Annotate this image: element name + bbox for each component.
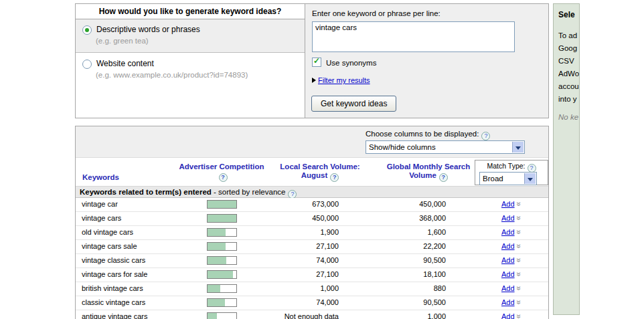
global-monthly-search-volume-cell: 368,000 xyxy=(364,214,446,222)
keyword-results-table: Choose columns to be displayed: Show/hid… xyxy=(75,126,549,319)
local-search-volume-text: Local Search Volume: August xyxy=(280,163,359,179)
competition-bar-fill xyxy=(208,271,233,278)
add-options-chevron-icon[interactable] xyxy=(514,272,524,277)
descriptive-words-radio[interactable] xyxy=(82,25,92,35)
match-type-value: Broad xyxy=(483,175,503,183)
get-keyword-ideas-button[interactable]: Get keyword ideas xyxy=(311,96,396,112)
competition-bar xyxy=(207,228,237,237)
table-row: classic vintage cars74,00090,500Add xyxy=(76,296,548,310)
dropdown-arrow-icon[interactable] xyxy=(524,173,536,184)
competition-bar-fill xyxy=(208,229,226,236)
add-options-chevron-icon[interactable] xyxy=(514,202,524,207)
local-search-volume-cell: 74,000 xyxy=(256,256,339,264)
add-keyword-link[interactable]: Add xyxy=(501,228,515,236)
show-hide-columns-select[interactable]: Show/hide columns xyxy=(366,140,525,154)
sidebar-text-line: AdWo xyxy=(558,68,579,80)
keyword-cell: old vintage cars xyxy=(82,228,133,236)
local-search-volume-cell: 450,000 xyxy=(256,214,339,222)
expand-arrow-icon xyxy=(312,78,316,83)
add-keyword-link[interactable]: Add xyxy=(501,270,515,278)
table-row: british vintage cars1,000880Add xyxy=(76,282,548,296)
choose-columns-label: Choose columns to be displayed: xyxy=(366,130,490,140)
help-icon[interactable] xyxy=(219,173,228,182)
add-options-chevron-icon[interactable] xyxy=(514,244,524,249)
add-keyword-link[interactable]: Add xyxy=(501,242,515,250)
sidebar-text-line: To ad xyxy=(558,29,579,42)
filter-my-results-link[interactable]: Filter my results xyxy=(318,76,370,84)
competition-bar-fill xyxy=(208,215,236,222)
help-icon[interactable] xyxy=(330,173,339,182)
competition-bar-fill xyxy=(208,201,236,208)
keyword-cell: vintage classic cars xyxy=(82,256,145,264)
table-section-row: Keywords related to term(s) entered - so… xyxy=(76,186,548,198)
website-content-example: (e.g. www.example.co.uk/product?id=74893… xyxy=(96,71,305,79)
website-content-radio[interactable] xyxy=(82,60,92,69)
keyword-cell: british vintage cars xyxy=(82,284,143,292)
local-search-volume-cell: 1,000 xyxy=(256,284,339,292)
sidebar-text: To adGoogCSVAdWoaccouinto y xyxy=(558,29,579,106)
keyword-cell: vintage cars sale xyxy=(82,242,137,250)
table-controls: Choose columns to be displayed: Show/hid… xyxy=(76,126,548,158)
competition-bar xyxy=(207,284,237,293)
column-header-global-monthly-search-volume[interactable]: Global Monthly Search Volume xyxy=(372,163,485,182)
match-type-text: Match Type: xyxy=(487,162,525,170)
local-search-volume-cell: 1,900 xyxy=(256,228,339,236)
add-options-chevron-icon[interactable] xyxy=(514,314,524,319)
add-keyword-link[interactable]: Add xyxy=(501,214,515,222)
competition-bar-fill xyxy=(208,285,220,292)
add-keyword-link[interactable]: Add xyxy=(501,312,515,319)
use-synonyms-label: Use synonyms xyxy=(326,59,376,67)
table-row: vintage cars450,000368,000Add xyxy=(76,212,548,226)
match-type-label: Match Type: xyxy=(475,162,548,173)
add-options-chevron-icon[interactable] xyxy=(514,230,524,235)
competition-bar xyxy=(207,298,237,307)
add-keyword-link[interactable]: Add xyxy=(501,284,515,292)
local-search-volume-cell: 74,000 xyxy=(256,298,339,306)
show-hide-columns-value: Show/hide columns xyxy=(369,143,436,151)
keyword-cell: antique vintage cars xyxy=(82,312,147,319)
keyword-entry-panel: Enter one keyword or phrase per line: vi… xyxy=(305,4,548,118)
option-descriptive-words[interactable]: Descriptive words or phrases (e.g. green… xyxy=(76,19,305,53)
help-icon[interactable] xyxy=(439,173,448,182)
competition-bar-fill xyxy=(208,243,226,250)
global-monthly-search-volume-text: Global Monthly Search Volume xyxy=(387,163,471,179)
form-header: How would you like to generate keyword i… xyxy=(76,4,305,19)
choose-columns-text: Choose columns to be displayed: xyxy=(366,130,479,138)
column-header-local-search-volume[interactable]: Local Search Volume: August xyxy=(273,163,367,182)
global-monthly-search-volume-cell: 90,500 xyxy=(364,298,446,306)
help-icon[interactable] xyxy=(481,132,490,140)
section-title: Keywords related to term(s) entered xyxy=(80,188,212,196)
use-synonyms-checkbox[interactable] xyxy=(312,58,321,67)
dropdown-arrow-icon[interactable] xyxy=(512,142,524,152)
option-website-content[interactable]: Website content (e.g. www.example.co.uk/… xyxy=(76,53,305,79)
global-monthly-search-volume-cell: 450,000 xyxy=(364,200,446,208)
keyword-cell: vintage cars for sale xyxy=(82,270,147,278)
global-monthly-search-volume-cell: 1,000 xyxy=(364,312,446,319)
keyword-generation-form: How would you like to generate keyword i… xyxy=(75,3,549,118)
sidebar-text-line: into y xyxy=(558,93,579,106)
sidebar-empty-note: No ke xyxy=(558,113,579,121)
table-row: antique vintage carsNot enough data1,000… xyxy=(76,310,548,319)
descriptive-words-label: Descriptive words or phrases xyxy=(96,25,200,34)
add-options-chevron-icon[interactable] xyxy=(514,300,524,305)
table-row: old vintage cars1,9001,600Add xyxy=(76,226,548,240)
competition-bar xyxy=(207,242,237,251)
table-row: vintage cars sale27,10022,200Add xyxy=(76,240,548,254)
column-header-advertiser-competition[interactable]: Advertiser Competition xyxy=(175,163,268,182)
advertiser-competition-text: Advertiser Competition xyxy=(179,163,264,171)
keyword-input[interactable]: vintage cars xyxy=(312,21,515,52)
local-search-volume-cell: 27,100 xyxy=(256,242,339,250)
global-monthly-search-volume-cell: 22,200 xyxy=(364,242,446,250)
sidebar-text-line: CSV xyxy=(558,55,579,68)
add-keyword-link[interactable]: Add xyxy=(501,256,515,264)
table-row: vintage cars for sale27,10018,100Add xyxy=(76,268,548,282)
add-keyword-link[interactable]: Add xyxy=(501,298,515,306)
selected-keywords-panel: Sele To adGoogCSVAdWoaccouinto y No ke xyxy=(553,3,580,315)
add-options-chevron-icon[interactable] xyxy=(514,286,524,291)
add-options-chevron-icon[interactable] xyxy=(514,216,524,221)
add-options-chevron-icon[interactable] xyxy=(514,258,524,263)
match-type-select[interactable]: Broad xyxy=(479,172,537,185)
keyword-entry-label: Enter one keyword or phrase per line: xyxy=(305,4,548,17)
add-keyword-link[interactable]: Add xyxy=(501,200,515,208)
column-header-keywords[interactable]: Keywords xyxy=(82,173,119,182)
